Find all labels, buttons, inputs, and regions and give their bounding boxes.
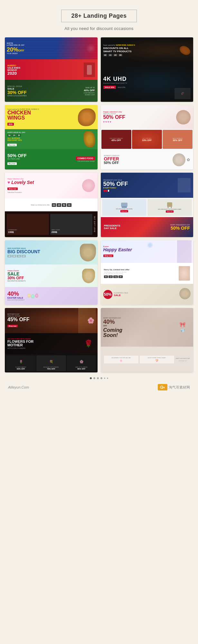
card-4-bot-section: WOMEN'S JEWELRY OFFER 50% OFF ✿ xyxy=(101,149,193,169)
card-3-bot-section: 50% OFF ALL PIZZA LANG Buy now COMBO FOO… xyxy=(5,149,98,169)
card-5-top-section: Happy Valentine's Day ♥ Lovely Set Shop … xyxy=(5,173,98,198)
card-5-bot-section: Strawberry 199$ Dark Lover 299$ SET GIFT… xyxy=(5,211,98,237)
card-7-mid-pct: 30% OFF xyxy=(7,276,82,280)
card-6-furniture-img xyxy=(178,178,191,193)
preview-card-9[interactable]: MOTHER'S DAY SPECIAL OFFER 45% OFF Shop … xyxy=(5,308,98,372)
card-8-bot-section: 50% CLEARANCE SALE SALE xyxy=(101,284,193,305)
preview-card-2[interactable]: Super special for SUPER BOWL SUNDAY II D… xyxy=(101,37,193,102)
card-9-vase: 🌸 VASE OF FLOWERS 45% OFF xyxy=(67,355,96,371)
card-6-mid-section: 50% DISCOUNT FOR SOFA Shop now 50% DISCO… xyxy=(101,198,193,217)
card-6-sofa: 50% DISCOUNT FOR SOFA Shop now xyxy=(102,199,146,216)
card-10-gift: A GIFT FROM LOVING HEART 💝 xyxy=(140,356,174,363)
card-7-mid-sale: SALE xyxy=(7,272,82,276)
card-4-mid-section: CERTIFIED DIAMOND 45% OFF GIFT FOR HER 3… xyxy=(101,129,193,149)
card-5-mid-section: Make our limited time offer 03 20 50 33 xyxy=(5,198,98,211)
card-8-offer-text: Hurry Up, Limited time offer xyxy=(104,269,179,271)
card-6-bot-section: PRESIDENTS DAY SALE HAPPY PRESIDENTS DAY… xyxy=(101,217,193,237)
dot-4[interactable] xyxy=(100,377,102,379)
pagination-dots xyxy=(5,377,193,379)
card-7-top-section: 2021 EASTER SALE BIG DISCOUNT 40 30 11 2… xyxy=(5,240,98,264)
page-title: 28+ Landing Pages xyxy=(71,13,127,19)
card-2-headline: DISCOUNTS ON ALLSMART TV PRODUCTS xyxy=(103,47,180,53)
preview-card-1[interactable]: MARTIN LUTHER KING JR. DAY 20%OFF YOUR O… xyxy=(5,37,98,102)
card-4-top-section: Happy valentine's day SPECIAL OFFER 50% … xyxy=(101,105,193,129)
page-wrapper: 28+ Landing Pages All you need for disco… xyxy=(0,0,198,403)
preview-card-5[interactable]: Happy Valentine's Day ♥ Lovely Set Shop … xyxy=(5,173,98,237)
card-7-mid-section: Happy Easter SALE 30% OFF DECORATIVE BAS… xyxy=(5,264,98,287)
watermark-right-text: 淘气哥素材网 xyxy=(169,385,190,390)
card-4-ring-img xyxy=(173,153,185,166)
card-2-bot-section: 4K UHD Quantum Cursor Smart QLED TV SALE… xyxy=(101,63,193,102)
dot-5[interactable] xyxy=(104,378,105,379)
card-7-bot-section: 40% EASTER SALE EGG EASTER BASKET xyxy=(5,287,98,305)
card-10-brand: www.tqge.com xyxy=(176,360,190,361)
card-6-chair: 50% DISCOUNT FOR WOODEN CHAIR Shop now xyxy=(147,199,192,216)
card-4-jewelry-img xyxy=(176,110,191,124)
preview-card-3[interactable]: Super special for SUPER BOWL SUNDAY II C… xyxy=(5,105,98,169)
card-4-bot-offer: OFFER xyxy=(104,157,173,161)
subtitle: All you need for discount occasions xyxy=(5,26,193,31)
card-2-4kuhd: 4K UHD xyxy=(103,76,191,82)
card-1-bot-section: SPECIAL OFFER SALE 30% OFF SHOES & ACCES… xyxy=(5,80,98,102)
card-2-player-img: 🏈 xyxy=(174,88,191,99)
preview-card-7[interactable]: 2021 EASTER SALE BIG DISCOUNT 40 30 11 2… xyxy=(5,240,98,305)
preview-card-8[interactable]: Easter Happy Easter Shop now Hurry Up, L… xyxy=(101,240,193,305)
card-7-eggs xyxy=(27,293,38,298)
card-7-basket-img xyxy=(80,244,96,261)
card-4-main-discount: 50% OFF xyxy=(103,115,125,120)
card-6-main-pct: 50% OFF xyxy=(103,181,128,187)
card-7-bot-pct: 40% xyxy=(7,291,25,297)
card-3-buy-btn[interactable]: Buy now xyxy=(7,144,17,146)
card-3-chicken-label: CHICKEN xyxy=(7,110,39,115)
watermarks: Alileyun.Com 哥 淘气哥素材网 xyxy=(5,384,193,390)
card-10-main-pct: 40% xyxy=(103,319,175,325)
card-3-mid-section: HAPPY HOUR ALL DAY 58 24 35 ALL BURGER D… xyxy=(5,129,98,149)
card-9-mid-section: 25% DISCOUNT ON FLOWERS FLOWERS FOR MOTH… xyxy=(5,333,98,354)
card-7-mid-basket-img xyxy=(82,269,95,283)
dot-2[interactable] xyxy=(93,377,95,379)
header: 28+ Landing Pages All you need for disco… xyxy=(5,10,193,31)
card-5-product-2: Dark Lover 299$ xyxy=(50,214,92,235)
card-9-flowers-img: 🌸 xyxy=(78,308,96,333)
card-9-flower-deco: 🌹 xyxy=(82,336,95,352)
card-8-headline: Happy Easter xyxy=(103,247,132,252)
dot-3[interactable] xyxy=(97,377,99,379)
card-1-mid-section: HURRY! SALE ENDS MONDAY 2020 xyxy=(5,59,98,80)
card-9-bot-section: 🌷 FLOWER BASKET 60% OFF 💐 BOUQUET OF FLO… xyxy=(5,354,98,372)
card-6-top-section: PRESIDENT'S DAY SALE 50% OFF EVERYTHING! xyxy=(101,173,193,198)
preview-card-6[interactable]: PRESIDENT'S DAY SALE 50% OFF EVERYTHING! xyxy=(101,173,193,237)
card-9-flower-basket: 🌷 FLOWER BASKET 60% OFF xyxy=(6,355,36,371)
card-3-combo-label: COMBO FOOD xyxy=(76,157,95,160)
card-1-top-section: MARTIN LUTHER KING JR. DAY 20%OFF YOUR O… xyxy=(5,37,98,59)
card-9-main-pct: 45% OFF xyxy=(7,317,29,322)
card-8-top-section: Easter Happy Easter Shop now xyxy=(101,240,193,263)
card-2-top-section: Super special for SUPER BOWL SUNDAY II D… xyxy=(101,37,193,63)
card-8-sale-label: SALE xyxy=(114,294,128,297)
dot-1[interactable] xyxy=(90,377,92,379)
tqge-logo-icon: 哥 xyxy=(158,384,167,390)
card-10-footer-label: HAPPY MOTHER'S DAY xyxy=(176,358,190,359)
preview-card-4[interactable]: Happy valentine's day SPECIAL OFFER 50% … xyxy=(101,105,193,169)
card-2-football xyxy=(178,44,192,56)
card-1-year: 2020 xyxy=(7,71,20,75)
card-10-bot-section: CELEBRATE THIS SPECIAL DAY 🌸 A GIFT FROM… xyxy=(101,347,193,372)
card-1-person-img xyxy=(84,62,95,77)
card-4-bot-pct: 50% OFF xyxy=(104,161,173,165)
card-1-sale-pct: 30% OFF xyxy=(7,90,82,95)
svg-text:哥: 哥 xyxy=(163,387,165,389)
watermark-left: Alileyun.Com xyxy=(8,385,29,389)
preview-card-10[interactable]: HAPPY MOTHER'S DAY 40% OFF Coming Soon! … xyxy=(101,308,193,372)
card-3-chicken-img xyxy=(78,108,96,126)
card-5-product-1: Strawberry 199$ xyxy=(7,214,49,235)
card-4-cell-1-pct: 45% OFF xyxy=(111,139,121,141)
card-8-shop-btn[interactable]: Shop now xyxy=(103,255,114,257)
card-8-mid-section: Hurry Up, Limited time offer This Amazin… xyxy=(101,263,193,284)
card-8-pct-badge: 50% xyxy=(103,290,112,299)
card-10-coming-soon: Coming xyxy=(103,328,175,333)
preview-grid: MARTIN LUTHER KING JR. DAY 20%OFF YOUR O… xyxy=(5,37,193,372)
card-2-sale-badge: SALE 30% xyxy=(103,86,116,89)
card-8-model-img xyxy=(177,240,192,263)
card-10-deco: 🎀 💎 xyxy=(174,322,191,333)
dot-6[interactable] xyxy=(107,378,108,379)
title-box: 28+ Landing Pages xyxy=(61,10,137,22)
